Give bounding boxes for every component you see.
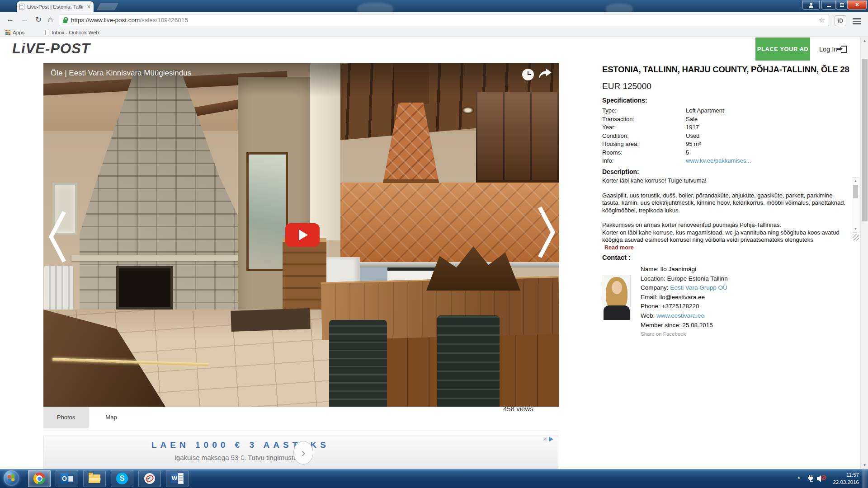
agent-photo [603,275,631,320]
description-line [602,214,850,221]
skype-icon: S [116,473,128,484]
lock-icon [63,19,67,23]
maximize-button[interactable] [836,0,848,9]
listing-price: EUR 125000 [602,81,651,91]
address-bar[interactable]: https://www.live-post.com/sales/10942601… [59,14,829,26]
contact-row: Web: www.eestivara.ee [641,312,728,322]
site-logo[interactable]: LiVE-POST [12,41,90,57]
ad-close-icon[interactable]: ✕ [543,437,547,441]
spec-label: Year: [602,124,686,131]
bookmark-item[interactable]: Inbox - Outlook Web [45,30,99,35]
home-button[interactable]: ⌂ [48,15,53,24]
specifications-heading: Specifications: [602,97,647,104]
contact-row: Member since: 25.08.2015 [641,322,728,331]
place-your-ad-button[interactable]: PLACE YOUR AD [755,38,810,61]
volume-muted-icon[interactable] [816,475,826,484]
listing-photo[interactable]: Õle | Eesti Vara Kinnisvara Müügiesindus [43,63,559,407]
resize-grip-icon[interactable] [853,234,859,240]
tab-photos[interactable]: Photos [43,407,89,428]
spec-value: Sale [686,116,698,122]
share-icon[interactable] [538,68,552,82]
back-button[interactable]: ← [6,15,14,24]
adchoices-icon[interactable] [549,437,553,441]
taskbar-chrome-button[interactable] [28,470,51,487]
taskbar-word-button[interactable]: W [166,470,189,487]
word-icon: W [171,473,184,484]
taskbar-clock[interactable]: 11:57 22.03.2016 [826,471,859,486]
bookmark-star-icon[interactable]: ☆ [819,16,825,24]
taskbar-outlook-button[interactable]: O [56,470,78,487]
minimize-button[interactable] [821,0,836,9]
contact-label: Name: [641,266,660,272]
clock-time: 11:57 [826,471,859,479]
user-icon [809,5,813,8]
browser-tab[interactable]: Live-Post | Estonia, Tallinn ✕ [17,1,94,12]
screen: Live-Post | Estonia, Tallinn ✕ ✕ ← → ↻ ⌂… [0,0,868,488]
page-scroll-thumb[interactable] [862,59,868,221]
spec-label: Condition: [602,132,686,139]
play-icon[interactable] [285,223,320,247]
scroll-up-icon[interactable]: ▲ [861,39,868,43]
spec-row: Rooms:5 [602,149,751,158]
contact-value: 25.08.2015 [682,322,713,328]
share-on-facebook-link[interactable]: Share on Facebook [641,331,686,337]
outlook-icon: O [61,473,73,484]
taskbar-explorer-button[interactable] [83,470,106,487]
ad-banner[interactable]: LAEN 1000 € 3 AASTAKS Igakuise maksega 5… [43,436,558,469]
description-line: Pakkumises on armas korter renoveeritud … [602,221,850,229]
contact-value[interactable]: Eesti Vara Grupp OÜ [670,284,727,291]
clock-icon[interactable] [522,69,534,80]
photo-spotlight [462,107,474,114]
extension-badge[interactable]: iD [835,15,846,26]
tray-expand-icon[interactable]: ▲ [797,475,801,479]
profile-button[interactable] [802,0,820,9]
contact-heading: Contact : [602,254,631,261]
ad-subline: Igakuise maksega 53 €. Tutvu tingimusteg… [116,454,365,461]
contact-row: Email: ilo@eestivara.ee [641,294,728,303]
next-photo-icon[interactable] [536,204,557,262]
contact-label: Web: [641,312,656,319]
browser-menu-icon[interactable] [853,18,861,24]
taskbar-snipping-button[interactable] [138,470,161,487]
scroll-down-icon[interactable]: ▼ [852,227,859,231]
contact-row: Location: Europe Estonia Tallinn [641,275,728,285]
login-button[interactable]: Log In [819,38,847,61]
description-text[interactable]: Korter läbi kahe korruse! Tulge tutvuma!… [602,177,850,243]
photo-chair [437,315,500,407]
scroll-down-icon[interactable]: ▼ [861,463,868,467]
read-more-link[interactable]: Read more [604,244,634,251]
folder-icon [89,474,100,483]
login-icon [841,46,847,53]
show-desktop-button[interactable] [863,469,868,488]
power-plug-icon[interactable] [807,474,815,485]
content-divider [43,431,559,431]
agent-body [604,305,630,320]
description-line: Gaasipliit, uus torustik, dušš, boiler, … [602,192,850,214]
description-scroll-thumb[interactable] [853,185,858,198]
refresh-button[interactable]: ↻ [35,15,42,24]
photo-firebox [116,266,173,310]
start-button[interactable] [4,470,19,486]
contact-value: Europe Estonia Tallinn [667,275,728,282]
forward-button[interactable]: → [21,15,28,24]
apps-shortcut[interactable]: Apps [5,30,24,35]
ad-arrow-button[interactable]: › [293,441,313,465]
maximize-icon [840,3,844,7]
photo-doormat [231,308,310,332]
specifications-table: Type:Loft ApartmentTransaction:SaleYear:… [602,107,751,166]
spec-label: Rooms: [602,149,686,156]
contact-value[interactable]: www.eestivara.ee [656,312,704,319]
description-line: Korter läbi kahe korruse! Tulge tutvuma! [602,177,850,184]
spec-value[interactable]: www.kv.ee/pakkumises... [686,157,751,164]
tab-map[interactable]: Map [89,407,134,428]
prev-photo-icon[interactable] [47,209,68,267]
clock-date: 22.03.2016 [826,479,859,486]
page-scrollbar[interactable]: ▲ ▼ [860,37,868,469]
tab-close-icon[interactable]: ✕ [87,4,91,10]
close-button[interactable]: ✕ [848,0,867,9]
spec-row: Info:www.kv.ee/pakkumises... [602,157,751,166]
scroll-up-icon[interactable]: ▲ [852,179,859,183]
description-scrollbar[interactable]: ▲ ▼ [852,177,859,233]
spec-value: Used [686,132,699,139]
taskbar-skype-button[interactable]: S [111,470,133,487]
